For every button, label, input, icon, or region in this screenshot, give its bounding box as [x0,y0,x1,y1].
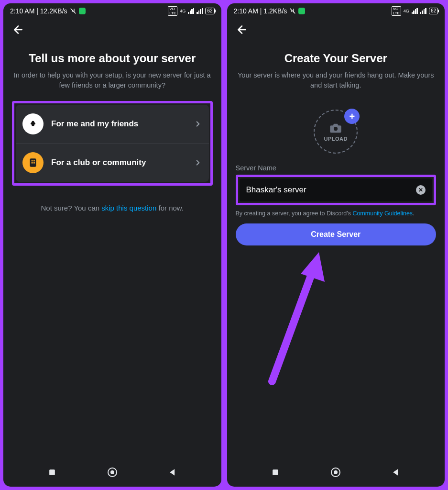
clear-input-icon[interactable]: ✕ [416,185,426,195]
signal-icon-2 [420,8,426,14]
chevron-right-icon [194,158,202,167]
app-indicator-icon [79,8,86,14]
server-name-label: Server Name [236,164,437,172]
battery-icon: 62 [205,8,214,14]
phone-left: 2:10 AM | 12.2KB/s VOLTE 4G 62 Tell us m… [2,2,223,488]
option-label: For me and my friends [51,119,186,129]
page-subtitle: Your server is where you and your friend… [236,70,437,90]
nav-back-icon[interactable] [168,468,177,477]
status-bar: 2:10 AM | 12.2KB/s VOLTE 4G 62 [3,3,221,17]
create-server-button[interactable]: Create Server [236,223,437,245]
status-time-net: 2:10 AM | 1.2KB/s [234,7,287,15]
back-arrow-icon[interactable] [236,23,248,36]
server-name-input[interactable] [246,185,416,195]
skip-question-link[interactable]: skip this question [101,204,156,212]
svg-rect-4 [32,162,33,164]
signal-icon [412,8,418,14]
phone-right: 2:10 AM | 1.2KB/s VOLTE 4G 62 Create You… [226,2,447,488]
nav-recent-icon[interactable] [47,468,57,477]
nav-recent-icon[interactable] [271,468,280,477]
svg-rect-6 [49,469,55,475]
agree-text: By creating a server, you agree to Disco… [236,210,437,217]
upload-avatar-button[interactable]: UPLOAD + [314,110,358,154]
vibrate-off-icon [69,7,77,15]
option-for-community[interactable]: For a club or community [16,143,209,182]
nav-home-icon[interactable] [330,467,341,478]
camera-icon [329,122,342,135]
network-4g-icon: 4G [404,9,409,13]
option-label: For a club or community [51,158,186,167]
option-for-friends[interactable]: For me and my friends [16,105,209,143]
svg-rect-3 [33,160,35,162]
android-nav-bar [3,460,221,487]
svg-point-12 [334,470,338,474]
highlight-box: ✕ [236,175,437,205]
battery-icon: 62 [429,8,438,14]
upload-label: UPLOAD [324,136,348,142]
svg-rect-10 [273,469,279,475]
friends-icon [22,113,44,134]
highlight-box: For me and my friends For a club or comm… [12,101,213,186]
svg-rect-5 [33,162,35,164]
nav-back-icon[interactable] [391,468,401,477]
page-title: Tell us more about your server [12,51,213,66]
community-guidelines-link[interactable]: Community Guidelines [352,210,413,217]
chevron-right-icon [194,120,202,128]
signal-icon-2 [197,8,203,14]
back-arrow-icon[interactable] [12,23,24,36]
android-nav-bar [227,460,445,487]
svg-point-9 [334,127,338,131]
volte-icon: VOLTE [392,6,401,16]
svg-point-8 [110,470,114,474]
community-icon [22,152,44,173]
status-bar: 2:10 AM | 1.2KB/s VOLTE 4G 62 [227,3,445,17]
app-indicator-icon [298,8,305,14]
page-subtitle: In order to help you with your setup, is… [12,70,213,90]
vibrate-off-icon [289,7,296,15]
volte-icon: VOLTE [168,6,177,16]
svg-rect-1 [30,158,36,167]
network-4g-icon: 4G [180,9,186,13]
nav-home-icon[interactable] [107,467,118,478]
signal-icon [188,8,194,14]
page-title: Create Your Server [236,51,437,66]
not-sure-text: Not sure? You can skip this question for… [12,204,213,212]
plus-icon: + [344,109,360,124]
status-time-net: 2:10 AM | 12.2KB/s [10,7,67,15]
svg-rect-2 [32,160,33,162]
server-name-input-wrap: ✕ [240,178,433,201]
